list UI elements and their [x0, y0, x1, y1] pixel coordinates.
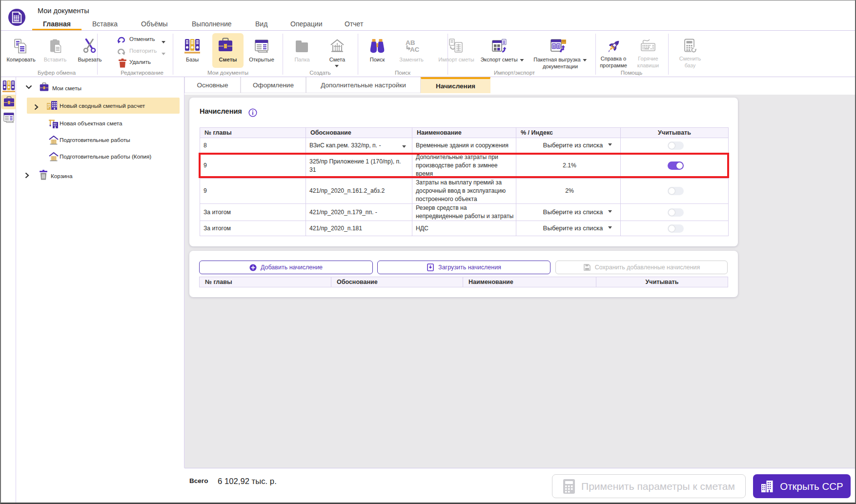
- svg-text:АВ: АВ: [406, 39, 415, 46]
- svg-text:АС: АС: [410, 46, 419, 53]
